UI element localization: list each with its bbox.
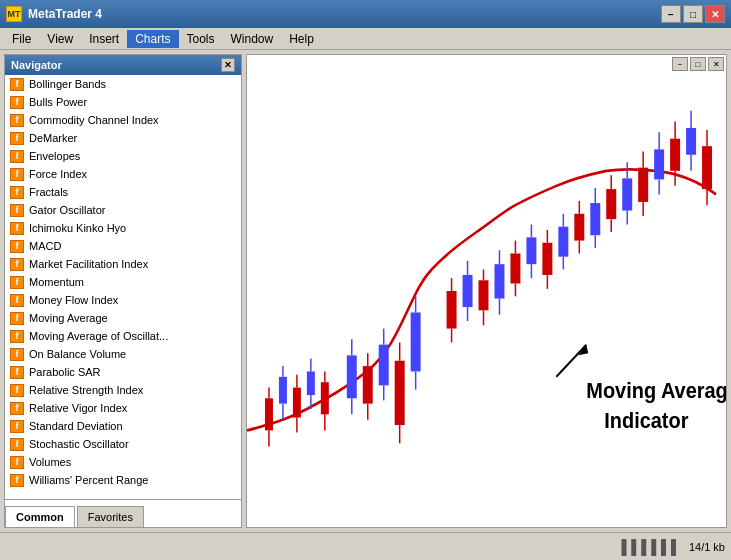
navigator-item[interactable]: fBollinger Bands (5, 75, 241, 93)
svg-rect-40 (494, 264, 504, 298)
navigator-item[interactable]: fFractals (5, 183, 241, 201)
indicator-label: Bollinger Bands (29, 78, 106, 90)
status-info: 14/1 kb (689, 541, 725, 553)
bars-icon: ▌▌▌▌▌▌ (621, 539, 681, 555)
title-bar: MT MetaTrader 4 − □ ✕ (0, 0, 731, 28)
navigator-item[interactable]: fMoney Flow Index (5, 291, 241, 309)
indicator-icon: f (9, 149, 25, 163)
inner-window-controls: − □ ✕ (670, 55, 726, 73)
svg-rect-79 (702, 146, 712, 189)
indicator-label: Stochastic Oscillator (29, 438, 129, 450)
navigator-item[interactable]: fMoving Average of Oscillat... (5, 327, 241, 345)
indicator-label: Relative Vigor Index (29, 402, 127, 414)
menu-view[interactable]: View (39, 30, 81, 48)
indicator-label: Commodity Channel Index (29, 114, 159, 126)
indicator-icon: f (9, 437, 25, 451)
maximize-button[interactable]: □ (683, 5, 703, 23)
navigator-item[interactable]: fOn Balance Volume (5, 345, 241, 363)
inner-maximize-button[interactable]: □ (690, 57, 706, 71)
navigator-item[interactable]: fRelative Vigor Index (5, 399, 241, 417)
svg-rect-55 (574, 214, 584, 241)
indicator-label: On Balance Volume (29, 348, 126, 360)
indicator-label: Envelopes (29, 150, 80, 162)
navigator-item[interactable]: fMarket Facilitation Index (5, 255, 241, 273)
indicator-icon: f (9, 167, 25, 181)
svg-rect-34 (463, 275, 473, 307)
status-right: ▌▌▌▌▌▌ 14/1 kb (621, 539, 725, 555)
navigator-item[interactable]: fDeMarker (5, 129, 241, 147)
navigator-tabs: Common Favorites (5, 499, 241, 527)
menu-charts[interactable]: Charts (127, 30, 178, 48)
navigator-item[interactable]: fMACD (5, 237, 241, 255)
app-title: MetaTrader 4 (28, 7, 102, 21)
close-button[interactable]: ✕ (705, 5, 725, 23)
navigator-item[interactable]: fStandard Deviation (5, 417, 241, 435)
indicator-label: Force Index (29, 168, 87, 180)
navigator-item[interactable]: fIchimoku Kinko Hyo (5, 219, 241, 237)
svg-rect-19 (363, 366, 373, 404)
navigator-item[interactable]: fCommodity Channel Index (5, 111, 241, 129)
chart-svg: Moving Average Indicator (247, 55, 726, 527)
indicator-label: Volumes (29, 456, 71, 468)
navigator-item[interactable]: fRelative Strength Index (5, 381, 241, 399)
menu-file[interactable]: File (4, 30, 39, 48)
navigator-item[interactable]: fStochastic Oscillator (5, 435, 241, 453)
svg-rect-1 (265, 398, 273, 430)
menu-window[interactable]: Window (223, 30, 282, 48)
svg-rect-37 (479, 280, 489, 310)
svg-rect-49 (542, 243, 552, 275)
minimize-button[interactable]: − (661, 5, 681, 23)
chart-area: − □ ✕ (246, 54, 727, 528)
tab-favorites[interactable]: Favorites (77, 506, 144, 527)
main-area: Navigator ✕ fBollinger BandsfBulls Power… (0, 50, 731, 532)
navigator-close-button[interactable]: ✕ (221, 58, 235, 72)
indicator-icon: f (9, 365, 25, 379)
indicator-label: Williams' Percent Range (29, 474, 148, 486)
indicator-label: Moving Average (29, 312, 108, 324)
menu-insert[interactable]: Insert (81, 30, 127, 48)
indicator-label: Parabolic SAR (29, 366, 101, 378)
navigator-item[interactable]: fGator Oscillator (5, 201, 241, 219)
svg-rect-16 (347, 355, 357, 398)
status-bar: ▌▌▌▌▌▌ 14/1 kb (0, 532, 731, 560)
navigator-item[interactable]: fForce Index (5, 165, 241, 183)
navigator-item[interactable]: fMoving Average (5, 309, 241, 327)
navigator-item[interactable]: fEnvelopes (5, 147, 241, 165)
svg-rect-46 (526, 237, 536, 264)
svg-rect-13 (321, 382, 329, 414)
svg-text:Indicator: Indicator (604, 409, 688, 433)
title-bar-controls: − □ ✕ (661, 5, 725, 23)
menu-help[interactable]: Help (281, 30, 322, 48)
svg-rect-4 (279, 377, 287, 404)
indicator-label: Moving Average of Oscillat... (29, 330, 168, 342)
indicator-label: Bulls Power (29, 96, 87, 108)
indicator-icon: f (9, 401, 25, 415)
menu-bar: File View Insert Charts Tools Window Hel… (0, 28, 731, 50)
navigator-item[interactable]: fMomentum (5, 273, 241, 291)
svg-rect-31 (447, 291, 457, 329)
navigator-item[interactable]: fVolumes (5, 453, 241, 471)
indicator-icon: f (9, 113, 25, 127)
indicator-icon: f (9, 77, 25, 91)
indicator-icon: f (9, 203, 25, 217)
inner-minimize-button[interactable]: − (672, 57, 688, 71)
menu-tools[interactable]: Tools (179, 30, 223, 48)
indicator-label: Momentum (29, 276, 84, 288)
indicator-icon: f (9, 275, 25, 289)
indicator-icon: f (9, 329, 25, 343)
inner-close-button[interactable]: ✕ (708, 57, 724, 71)
indicator-icon: f (9, 185, 25, 199)
svg-rect-28 (411, 312, 421, 371)
indicator-icon: f (9, 257, 25, 271)
navigator-item[interactable]: fParabolic SAR (5, 363, 241, 381)
svg-rect-64 (622, 178, 632, 210)
tab-common[interactable]: Common (5, 506, 75, 527)
svg-rect-70 (654, 149, 664, 179)
indicator-label: Relative Strength Index (29, 384, 143, 396)
indicator-label: MACD (29, 240, 61, 252)
navigator-item[interactable]: fBulls Power (5, 93, 241, 111)
navigator-item[interactable]: fWilliams' Percent Range (5, 471, 241, 489)
indicator-icon: f (9, 239, 25, 253)
indicator-label: Market Facilitation Index (29, 258, 148, 270)
navigator-content[interactable]: fBollinger BandsfBulls PowerfCommodity C… (5, 75, 241, 499)
